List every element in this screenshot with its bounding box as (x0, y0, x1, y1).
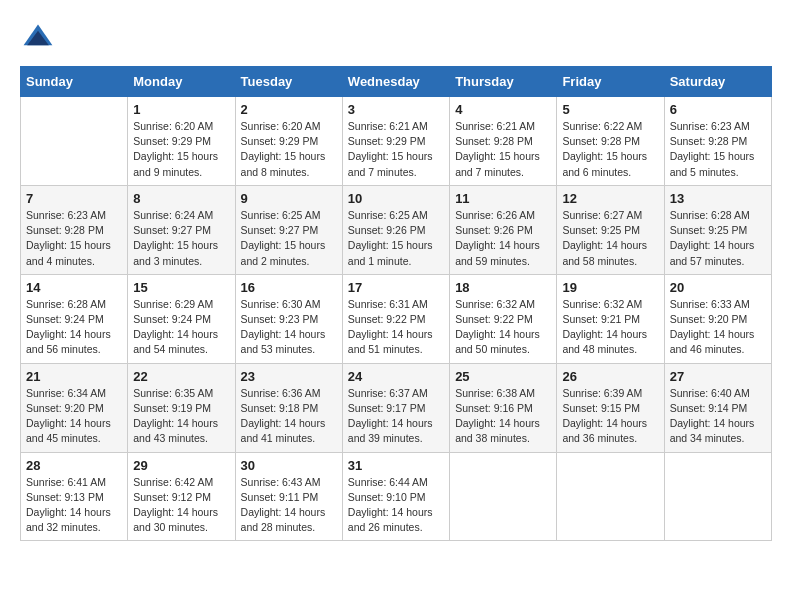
day-info: Sunrise: 6:39 AM Sunset: 9:15 PM Dayligh… (562, 386, 658, 447)
calendar-cell: 23Sunrise: 6:36 AM Sunset: 9:18 PM Dayli… (235, 363, 342, 452)
weekday-header: Friday (557, 67, 664, 97)
day-number: 11 (455, 191, 551, 206)
calendar-cell: 8Sunrise: 6:24 AM Sunset: 9:27 PM Daylig… (128, 185, 235, 274)
day-number: 25 (455, 369, 551, 384)
day-number: 16 (241, 280, 337, 295)
weekday-header: Wednesday (342, 67, 449, 97)
day-number: 24 (348, 369, 444, 384)
calendar-cell: 16Sunrise: 6:30 AM Sunset: 9:23 PM Dayli… (235, 274, 342, 363)
day-info: Sunrise: 6:32 AM Sunset: 9:21 PM Dayligh… (562, 297, 658, 358)
calendar-cell (450, 452, 557, 541)
calendar-cell: 11Sunrise: 6:26 AM Sunset: 9:26 PM Dayli… (450, 185, 557, 274)
day-info: Sunrise: 6:41 AM Sunset: 9:13 PM Dayligh… (26, 475, 122, 536)
logo (20, 20, 62, 56)
day-info: Sunrise: 6:25 AM Sunset: 9:26 PM Dayligh… (348, 208, 444, 269)
day-number: 30 (241, 458, 337, 473)
day-info: Sunrise: 6:37 AM Sunset: 9:17 PM Dayligh… (348, 386, 444, 447)
day-info: Sunrise: 6:36 AM Sunset: 9:18 PM Dayligh… (241, 386, 337, 447)
calendar-cell (664, 452, 771, 541)
day-info: Sunrise: 6:23 AM Sunset: 9:28 PM Dayligh… (670, 119, 766, 180)
calendar-cell: 30Sunrise: 6:43 AM Sunset: 9:11 PM Dayli… (235, 452, 342, 541)
calendar-cell: 13Sunrise: 6:28 AM Sunset: 9:25 PM Dayli… (664, 185, 771, 274)
day-number: 14 (26, 280, 122, 295)
calendar-cell: 27Sunrise: 6:40 AM Sunset: 9:14 PM Dayli… (664, 363, 771, 452)
day-number: 12 (562, 191, 658, 206)
calendar-cell: 20Sunrise: 6:33 AM Sunset: 9:20 PM Dayli… (664, 274, 771, 363)
day-number: 31 (348, 458, 444, 473)
day-info: Sunrise: 6:33 AM Sunset: 9:20 PM Dayligh… (670, 297, 766, 358)
calendar-cell: 26Sunrise: 6:39 AM Sunset: 9:15 PM Dayli… (557, 363, 664, 452)
weekday-header-row: SundayMondayTuesdayWednesdayThursdayFrid… (21, 67, 772, 97)
calendar-week-row: 14Sunrise: 6:28 AM Sunset: 9:24 PM Dayli… (21, 274, 772, 363)
day-info: Sunrise: 6:28 AM Sunset: 9:24 PM Dayligh… (26, 297, 122, 358)
calendar-cell: 19Sunrise: 6:32 AM Sunset: 9:21 PM Dayli… (557, 274, 664, 363)
day-info: Sunrise: 6:20 AM Sunset: 9:29 PM Dayligh… (133, 119, 229, 180)
day-info: Sunrise: 6:27 AM Sunset: 9:25 PM Dayligh… (562, 208, 658, 269)
calendar-week-row: 21Sunrise: 6:34 AM Sunset: 9:20 PM Dayli… (21, 363, 772, 452)
calendar-cell: 3Sunrise: 6:21 AM Sunset: 9:29 PM Daylig… (342, 97, 449, 186)
day-info: Sunrise: 6:28 AM Sunset: 9:25 PM Dayligh… (670, 208, 766, 269)
day-info: Sunrise: 6:26 AM Sunset: 9:26 PM Dayligh… (455, 208, 551, 269)
calendar-cell: 25Sunrise: 6:38 AM Sunset: 9:16 PM Dayli… (450, 363, 557, 452)
calendar-cell: 10Sunrise: 6:25 AM Sunset: 9:26 PM Dayli… (342, 185, 449, 274)
calendar-week-row: 1Sunrise: 6:20 AM Sunset: 9:29 PM Daylig… (21, 97, 772, 186)
day-info: Sunrise: 6:30 AM Sunset: 9:23 PM Dayligh… (241, 297, 337, 358)
calendar-cell: 12Sunrise: 6:27 AM Sunset: 9:25 PM Dayli… (557, 185, 664, 274)
day-info: Sunrise: 6:25 AM Sunset: 9:27 PM Dayligh… (241, 208, 337, 269)
day-info: Sunrise: 6:23 AM Sunset: 9:28 PM Dayligh… (26, 208, 122, 269)
calendar-cell: 29Sunrise: 6:42 AM Sunset: 9:12 PM Dayli… (128, 452, 235, 541)
calendar-cell: 24Sunrise: 6:37 AM Sunset: 9:17 PM Dayli… (342, 363, 449, 452)
day-number: 19 (562, 280, 658, 295)
day-info: Sunrise: 6:21 AM Sunset: 9:28 PM Dayligh… (455, 119, 551, 180)
calendar-cell: 5Sunrise: 6:22 AM Sunset: 9:28 PM Daylig… (557, 97, 664, 186)
day-info: Sunrise: 6:40 AM Sunset: 9:14 PM Dayligh… (670, 386, 766, 447)
calendar-cell (557, 452, 664, 541)
calendar-cell: 15Sunrise: 6:29 AM Sunset: 9:24 PM Dayli… (128, 274, 235, 363)
logo-icon (20, 20, 56, 56)
day-number: 2 (241, 102, 337, 117)
day-number: 18 (455, 280, 551, 295)
day-number: 9 (241, 191, 337, 206)
day-info: Sunrise: 6:20 AM Sunset: 9:29 PM Dayligh… (241, 119, 337, 180)
day-number: 20 (670, 280, 766, 295)
calendar-cell: 6Sunrise: 6:23 AM Sunset: 9:28 PM Daylig… (664, 97, 771, 186)
day-number: 22 (133, 369, 229, 384)
day-info: Sunrise: 6:34 AM Sunset: 9:20 PM Dayligh… (26, 386, 122, 447)
day-info: Sunrise: 6:24 AM Sunset: 9:27 PM Dayligh… (133, 208, 229, 269)
calendar-cell: 28Sunrise: 6:41 AM Sunset: 9:13 PM Dayli… (21, 452, 128, 541)
calendar-week-row: 28Sunrise: 6:41 AM Sunset: 9:13 PM Dayli… (21, 452, 772, 541)
day-number: 26 (562, 369, 658, 384)
day-info: Sunrise: 6:21 AM Sunset: 9:29 PM Dayligh… (348, 119, 444, 180)
day-number: 15 (133, 280, 229, 295)
day-number: 23 (241, 369, 337, 384)
day-number: 8 (133, 191, 229, 206)
calendar-cell: 1Sunrise: 6:20 AM Sunset: 9:29 PM Daylig… (128, 97, 235, 186)
page-header (20, 20, 772, 56)
day-number: 4 (455, 102, 551, 117)
day-info: Sunrise: 6:43 AM Sunset: 9:11 PM Dayligh… (241, 475, 337, 536)
calendar-week-row: 7Sunrise: 6:23 AM Sunset: 9:28 PM Daylig… (21, 185, 772, 274)
calendar-cell: 7Sunrise: 6:23 AM Sunset: 9:28 PM Daylig… (21, 185, 128, 274)
day-info: Sunrise: 6:44 AM Sunset: 9:10 PM Dayligh… (348, 475, 444, 536)
day-number: 29 (133, 458, 229, 473)
day-number: 7 (26, 191, 122, 206)
day-number: 27 (670, 369, 766, 384)
calendar-cell: 17Sunrise: 6:31 AM Sunset: 9:22 PM Dayli… (342, 274, 449, 363)
day-info: Sunrise: 6:42 AM Sunset: 9:12 PM Dayligh… (133, 475, 229, 536)
weekday-header: Thursday (450, 67, 557, 97)
day-number: 5 (562, 102, 658, 117)
calendar-cell: 9Sunrise: 6:25 AM Sunset: 9:27 PM Daylig… (235, 185, 342, 274)
day-number: 21 (26, 369, 122, 384)
day-info: Sunrise: 6:32 AM Sunset: 9:22 PM Dayligh… (455, 297, 551, 358)
day-info: Sunrise: 6:29 AM Sunset: 9:24 PM Dayligh… (133, 297, 229, 358)
weekday-header: Sunday (21, 67, 128, 97)
day-number: 10 (348, 191, 444, 206)
day-info: Sunrise: 6:35 AM Sunset: 9:19 PM Dayligh… (133, 386, 229, 447)
day-info: Sunrise: 6:22 AM Sunset: 9:28 PM Dayligh… (562, 119, 658, 180)
calendar-cell: 2Sunrise: 6:20 AM Sunset: 9:29 PM Daylig… (235, 97, 342, 186)
day-number: 28 (26, 458, 122, 473)
calendar-cell: 21Sunrise: 6:34 AM Sunset: 9:20 PM Dayli… (21, 363, 128, 452)
day-number: 17 (348, 280, 444, 295)
calendar-cell: 31Sunrise: 6:44 AM Sunset: 9:10 PM Dayli… (342, 452, 449, 541)
day-number: 1 (133, 102, 229, 117)
